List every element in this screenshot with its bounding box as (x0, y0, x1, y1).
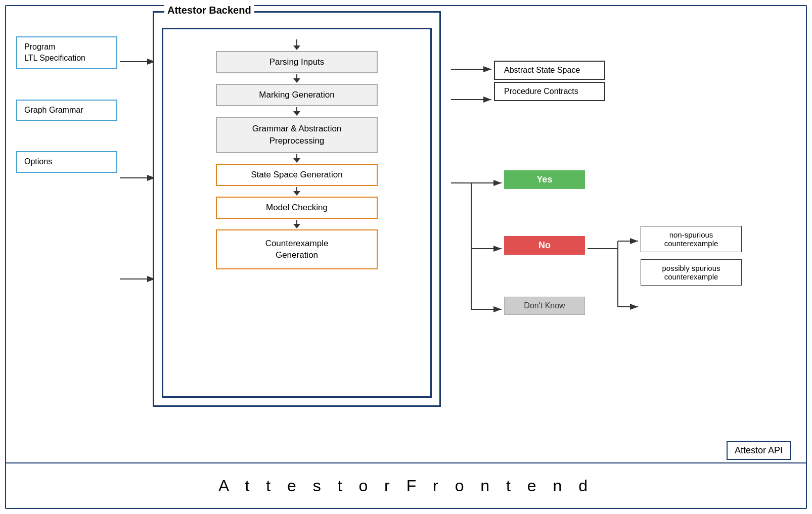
abstract-state-space-box: Abstract State Space (494, 61, 605, 80)
options-input: Options (16, 151, 117, 172)
results-panel: Yes (504, 170, 585, 194)
result-no-panel: No (504, 236, 585, 260)
arrow1 (293, 74, 300, 83)
result-no: No (504, 236, 585, 255)
outputs-panel: Abstract State Space Procedure Contracts (494, 61, 605, 103)
main-container: Program LTL Specification Graph Grammar … (5, 5, 807, 509)
arrow3 (293, 154, 300, 163)
frontend-bar: A t t e s t o r F r o n t e n d (6, 462, 806, 508)
procedure-contracts-box: Procedure Contracts (494, 82, 605, 101)
arrow4 (293, 187, 300, 196)
marking-step: Marking Generation (216, 84, 378, 106)
left-panel: Program LTL Specification Graph Grammar … (16, 36, 117, 173)
frontend-label: A t t e s t o r F r o n t e n d (218, 477, 594, 495)
graph-grammar-label: Graph Grammar (24, 106, 83, 114)
result-dk-panel: Don't Know (504, 297, 585, 315)
ltl-label: LTL Specification (24, 53, 109, 64)
backend-title: Attestor Backend (164, 5, 254, 16)
options-label: Options (24, 157, 52, 166)
model-checking-step: Model Checking (216, 197, 378, 219)
graph-grammar-input: Graph Grammar (16, 100, 117, 121)
result-dont-know: Don't Know (504, 297, 585, 315)
result-yes: Yes (504, 170, 585, 189)
non-spurious-box: non-spuriouscounterexample (641, 226, 742, 252)
backend-box: Attestor Backend Parsing Inputs (153, 11, 441, 407)
program-ltl-input: Program LTL Specification (16, 36, 117, 69)
state-space-step: State Space Generation (216, 164, 378, 186)
possibly-spurious-box: possibly spuriouscounterexample (641, 259, 742, 286)
grammar-step: Grammar & AbstractionPreprocessing (216, 117, 378, 153)
arrow2 (293, 107, 300, 116)
parsing-step: Parsing Inputs (216, 51, 378, 73)
content-area: Program LTL Specification Graph Grammar … (6, 6, 806, 462)
arrow5 (293, 220, 300, 228)
descriptions-panel: non-spuriouscounterexample possibly spur… (641, 226, 742, 288)
api-box: Attestor API (727, 441, 791, 460)
entry-arrow (293, 39, 300, 50)
counterexample-step: CounterexampleGeneration (216, 229, 378, 270)
pipeline-box: Parsing Inputs Marking Generation Gramma… (162, 28, 432, 398)
program-label: Program (24, 41, 109, 53)
